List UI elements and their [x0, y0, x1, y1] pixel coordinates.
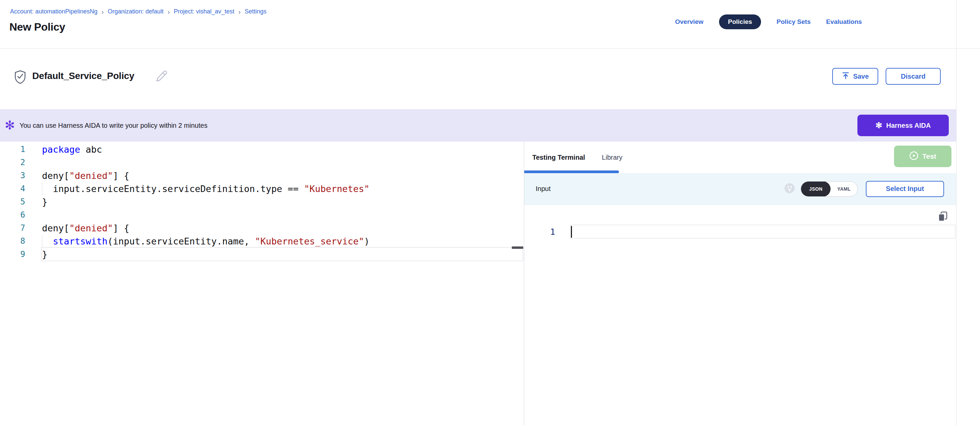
code-editor-line: 2	[0, 156, 524, 169]
code-token: package	[42, 144, 80, 155]
format-toggle: JSON YAML	[801, 181, 858, 197]
copy-icon[interactable]	[937, 211, 948, 224]
overview-ruler-cursor-mark	[512, 246, 523, 249]
test-button[interactable]: Test	[894, 145, 951, 167]
breadcrumb-link[interactable]: Account: automationPipelinesNg	[10, 8, 97, 15]
code-token: startswith	[53, 236, 108, 246]
tab-policies[interactable]: Policies	[719, 14, 761, 29]
breadcrumb-separator: ›	[102, 9, 104, 15]
tab-library[interactable]: Library	[602, 153, 622, 161]
breadcrumb-separator: ›	[168, 9, 170, 15]
code-token: )	[364, 236, 369, 246]
testing-panel-tabs: Testing Terminal Library Test	[524, 142, 956, 173]
page-right-edge-divider	[956, 0, 956, 425]
tab-testing-terminal[interactable]: Testing Terminal	[532, 153, 585, 161]
code-editor-line: 5}	[0, 195, 524, 208]
line-number: 5	[0, 195, 42, 208]
code-token: "Kubernetes"	[304, 184, 369, 194]
indent-guide	[42, 235, 42, 248]
line-number: 6	[0, 208, 42, 222]
line-number: 4	[0, 182, 42, 195]
aida-flower-icon: ✻	[5, 119, 15, 131]
line-number: 9	[0, 248, 42, 261]
code-line-content[interactable]: deny["denied"] {	[42, 222, 129, 235]
line-number: 1	[0, 143, 42, 156]
text-cursor	[571, 226, 572, 238]
code-token: ] {	[113, 171, 129, 181]
format-option-json[interactable]: JSON	[801, 181, 830, 197]
code-token: abc	[80, 144, 102, 155]
code-line-content[interactable]: deny["denied"] {	[42, 169, 129, 182]
harness-aida-button[interactable]: ✻ Harness AIDA	[858, 115, 949, 136]
header-divider	[0, 48, 980, 49]
code-editor-line: 1package abc	[0, 143, 524, 156]
breadcrumb-link[interactable]: Settings	[245, 8, 266, 15]
harness-aida-button-label: Harness AIDA	[886, 122, 931, 129]
play-circle-icon	[909, 151, 918, 162]
tab-evaluations[interactable]: Evaluations	[826, 18, 862, 26]
current-line-highlight	[41, 247, 523, 261]
code-token: "denied"	[69, 171, 113, 181]
code-token: "Kubernetes_service"	[255, 236, 364, 246]
code-token: }	[42, 197, 47, 207]
code-token: input.serviceEntity.serviceDefinition.ty…	[42, 184, 304, 194]
entity-fork-icon[interactable]	[784, 183, 795, 195]
code-lines: 1package abc23deny["denied"] {4 input.se…	[0, 142, 524, 261]
code-editor-line: 7deny["denied"] {	[0, 222, 524, 235]
input-editor[interactable]: 1	[524, 205, 956, 425]
code-token: deny[	[42, 223, 69, 233]
line-number: 8	[0, 235, 42, 248]
tab-overview[interactable]: Overview	[675, 18, 703, 26]
edit-policy-name-pencil-icon[interactable]	[155, 70, 168, 84]
code-line-content[interactable]: }	[42, 195, 47, 208]
policy-code-editor[interactable]: 1package abc23deny["denied"] {4 input.se…	[0, 142, 524, 425]
code-token: deny[	[42, 171, 69, 181]
discard-button-label: Discard	[901, 73, 925, 80]
format-option-yaml[interactable]: YAML	[830, 186, 858, 192]
upload-icon	[842, 72, 850, 81]
select-input-button-label: Select Input	[886, 185, 924, 193]
code-token	[42, 236, 53, 246]
code-editor-line: 6	[0, 208, 524, 222]
code-token: (input.serviceEntity.name,	[107, 236, 255, 246]
code-line-content[interactable]: startswith(input.serviceEntity.name, "Ku…	[42, 235, 369, 248]
code-token: "denied"	[69, 223, 113, 233]
line-number: 3	[0, 169, 42, 182]
aida-banner: ✻ You can use Harness AIDA to write your…	[0, 109, 956, 142]
code-editor-line: 4 input.serviceEntity.serviceDefinition.…	[0, 182, 524, 195]
page-title: New Policy	[10, 21, 65, 33]
code-editor-line: 8 startswith(input.serviceEntity.name, "…	[0, 235, 524, 248]
tab-policy-sets[interactable]: Policy Sets	[776, 18, 810, 26]
testing-panel: Testing Terminal Library Test Input	[524, 142, 956, 425]
policy-name: Default_Service_Policy	[32, 70, 134, 81]
breadcrumb-link[interactable]: Organization: default	[108, 8, 164, 15]
current-line-highlight	[570, 225, 956, 239]
code-editor-line: 3deny["denied"] {	[0, 169, 524, 182]
aida-banner-message: You can use Harness AIDA to write your p…	[19, 122, 208, 129]
input-section-header: Input JSON YAML Select Input	[524, 173, 956, 205]
line-number: 1	[542, 227, 555, 237]
new-policy-page: Account: automationPipelinesNg›Organizat…	[0, 0, 980, 425]
discard-button[interactable]: Discard	[886, 68, 941, 85]
input-label: Input	[536, 185, 550, 193]
save-button[interactable]: Save	[832, 68, 878, 85]
code-token: ] {	[113, 223, 129, 233]
line-number: 7	[0, 222, 42, 235]
save-button-label: Save	[853, 73, 869, 80]
indent-guide	[42, 182, 42, 195]
aida-flower-icon: ✻	[875, 119, 882, 131]
test-button-label: Test	[922, 152, 936, 160]
active-tab-underline	[524, 171, 619, 173]
header-tabs: Overview Policies Policy Sets Evaluation…	[675, 13, 862, 30]
breadcrumb-separator: ›	[239, 9, 241, 15]
code-line-content[interactable]: input.serviceEntity.serviceDefinition.ty…	[42, 182, 369, 195]
breadcrumb: Account: automationPipelinesNg›Organizat…	[10, 8, 266, 15]
code-line-content[interactable]: package abc	[42, 143, 102, 156]
breadcrumb-link[interactable]: Project: vishal_av_test	[174, 8, 234, 15]
policy-shield-check-icon	[14, 70, 26, 85]
select-input-button[interactable]: Select Input	[866, 181, 944, 197]
line-number: 2	[0, 156, 42, 169]
